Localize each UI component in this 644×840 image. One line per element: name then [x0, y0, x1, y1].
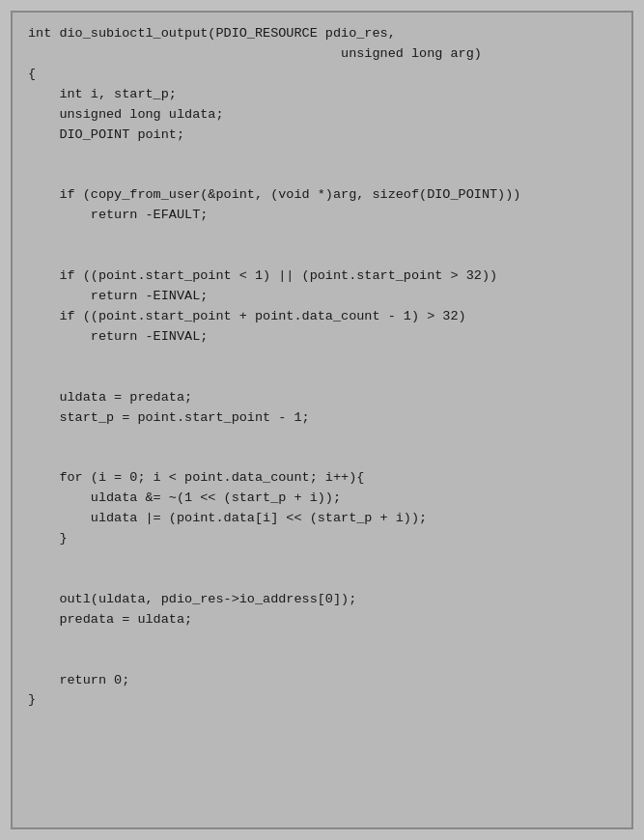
code-block: int dio_subioctl_output(PDIO_RESOURCE pd… — [28, 24, 616, 711]
code-container: int dio_subioctl_output(PDIO_RESOURCE pd… — [11, 11, 633, 829]
